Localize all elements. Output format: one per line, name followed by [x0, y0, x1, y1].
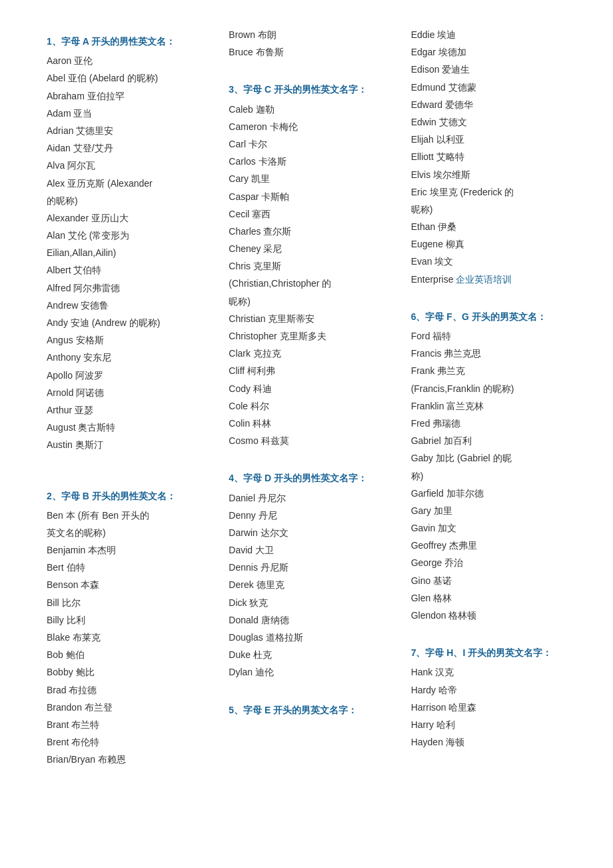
list-item: Bert 伯特: [47, 559, 202, 576]
list-item: George 乔治: [411, 555, 566, 571]
section-E-title-col2: 5、字母 E 开头的男英文名字：: [229, 702, 384, 719]
list-item: Darwin 达尔文: [229, 525, 384, 541]
list-item: Benjamin 本杰明: [47, 542, 202, 559]
list-item: Gabriel 加百利: [411, 433, 566, 449]
list-item: 称): [411, 468, 566, 485]
list-item: Adrian 艾德里安: [47, 123, 202, 139]
list-item: Gavin 加文: [411, 520, 566, 537]
list-item: Alva 阿尔瓦: [47, 157, 202, 174]
list-item: Francis 弗兰克思: [411, 345, 566, 362]
section-B: 2、字母 B 开头的男性英文名： Ben 本 (所有 Ben 开头的 英文名的昵…: [47, 488, 202, 769]
list-item: Brent 布伦特: [47, 734, 202, 751]
list-item: Glen 格林: [411, 590, 566, 607]
list-item: Edward 爱德华: [411, 97, 566, 113]
list-item: Bob 鲍伯: [47, 647, 202, 663]
list-item: Billy 比利: [47, 612, 202, 629]
section-FG-title: 6、字母 F、G 开头的男英文名：: [411, 309, 566, 325]
list-item: Cheney 采尼: [229, 241, 384, 257]
list-item: Cliff 柯利弗: [229, 363, 384, 379]
section-HI-title: 7、字母 H、I 开头的男英文名字：: [411, 645, 566, 661]
list-item: Cosmo 科兹莫: [229, 433, 384, 449]
list-item: Dylan 迪伦: [229, 664, 384, 681]
list-item: Glendon 格林顿: [411, 607, 566, 624]
list-item: Ford 福特: [411, 328, 566, 345]
list-item: (Christian,Christopher 的: [229, 275, 384, 292]
list-item: Fred 弗瑞德: [411, 415, 566, 432]
list-item: Chris 克里斯: [229, 258, 384, 275]
list-item: Cole 科尔: [229, 398, 384, 415]
list-item: Ben 本 (所有 Ben 开头的: [47, 507, 202, 524]
list-item: Eric 埃里克 (Frederick 的: [411, 184, 566, 201]
list-item: Garfield 加菲尔德: [411, 485, 566, 502]
section-D-title: 4、字母 D 开头的男性英文名字：: [229, 470, 384, 487]
list-item: Cary 凯里: [229, 171, 384, 187]
list-item: Benson 本森: [47, 577, 202, 593]
list-item: Eilian,Allan,Ailin): [47, 245, 202, 261]
section-C: 3、字母 C 开头的男性英文名字： Caleb 迦勒 Cameron 卡梅伦 C…: [229, 81, 384, 449]
list-item: (Francis,Franklin 的昵称): [411, 381, 566, 397]
list-item: Elijah 以利亚: [411, 131, 566, 148]
list-item: 昵称): [411, 201, 566, 218]
list-item: Andy 安迪 (Andrew 的昵称): [47, 315, 202, 331]
list-item: Caleb 迦勒: [229, 101, 384, 118]
list-item: Dennis 丹尼斯: [229, 559, 384, 576]
list-item: Alex 亚历克斯 (Alexander: [47, 175, 202, 192]
list-item: Donald 唐纳德: [229, 612, 384, 629]
list-item: Abraham 亚伯拉罕: [47, 88, 202, 105]
list-item: Clark 克拉克: [229, 345, 384, 362]
section-brown-bruce: Brown 布朗 Bruce 布鲁斯: [229, 27, 384, 61]
list-item: Gino 基诺: [411, 573, 566, 589]
list-item: Ethan 伊桑: [411, 219, 566, 235]
list-item: Austin 奥斯汀: [47, 437, 202, 453]
list-item: Arnold 阿诺德: [47, 385, 202, 401]
list-item: Gaby 加比 (Gabriel 的昵: [411, 450, 566, 467]
list-item: Anthony 安东尼: [47, 349, 202, 366]
list-item: Gary 加里: [411, 503, 566, 519]
list-item: Edmund 艾德蒙: [411, 79, 566, 96]
list-item: Charles 查尔斯: [229, 223, 384, 240]
section-A-title: 1、字母 A 开头的男性英文名：: [47, 33, 202, 50]
list-item: Eddie 埃迪: [411, 27, 566, 43]
list-item: Andrew 安德鲁: [47, 297, 202, 314]
list-item: Alexander 亚历山大: [47, 210, 202, 227]
list-item: Enterprise 企业英语培训: [411, 271, 566, 288]
list-item: Bobby 鲍比: [47, 664, 202, 681]
list-item: August 奥古斯特: [47, 419, 202, 436]
list-item: Christopher 克里斯多夫: [229, 328, 384, 345]
list-item: 昵称): [229, 293, 384, 310]
list-item: Brandon 布兰登: [47, 699, 202, 716]
list-item: Evan 埃文: [411, 253, 566, 270]
list-item: Edgar 埃德加: [411, 44, 566, 61]
list-item: Douglas 道格拉斯: [229, 629, 384, 646]
list-item: Bill 比尔: [47, 595, 202, 611]
list-item: Christian 克里斯蒂安: [229, 311, 384, 327]
list-item: Cecil 塞西: [229, 206, 384, 223]
list-item: Hank 汉克: [411, 664, 566, 681]
list-item: Harrison 哈里森: [411, 699, 566, 716]
column-2: Brown 布朗 Bruce 布鲁斯 3、字母 C 开头的男性英文名字： Cal…: [222, 27, 390, 769]
list-item: Eugene 柳真: [411, 236, 566, 253]
list-item: Edison 爱迪生: [411, 61, 566, 78]
list-item: Brown 布朗: [229, 27, 384, 43]
list-item: Derek 德里克: [229, 577, 384, 593]
section-A: 1、字母 A 开头的男性英文名： Aaron 亚伦 Abel 亚伯 (Abela…: [47, 33, 202, 454]
list-item: Hardy 哈帝: [411, 682, 566, 699]
section-FG: 6、字母 F、G 开头的男英文名： Ford 福特 Francis 弗兰克思 F…: [411, 309, 566, 624]
list-item: Elliott 艾略特: [411, 149, 566, 165]
list-item: Duke 杜克: [229, 647, 384, 663]
list-item: Abel 亚伯 (Abelard 的昵称): [47, 70, 202, 87]
list-item: Edwin 艾德文: [411, 114, 566, 131]
list-item: Caspar 卡斯帕: [229, 189, 384, 205]
list-item: Brian/Bryan 布赖恩: [47, 751, 202, 768]
list-item: Cameron 卡梅伦: [229, 119, 384, 135]
section-B-title: 2、字母 B 开头的男性英文名：: [47, 488, 202, 505]
list-item: Adam 亚当: [47, 105, 202, 122]
list-item: 的昵称): [47, 193, 202, 209]
section-D: 4、字母 D 开头的男性英文名字： Daniel 丹尼尔 Denny 丹尼 Da…: [229, 470, 384, 681]
list-item: Daniel 丹尼尔: [229, 490, 384, 507]
list-item: Carl 卡尔: [229, 136, 384, 153]
list-item: Brant 布兰特: [47, 717, 202, 733]
list-item: Harry 哈利: [411, 717, 566, 733]
section-E-heading: 5、字母 E 开头的男英文名字：: [229, 702, 384, 719]
list-item: Angus 安格斯: [47, 332, 202, 349]
